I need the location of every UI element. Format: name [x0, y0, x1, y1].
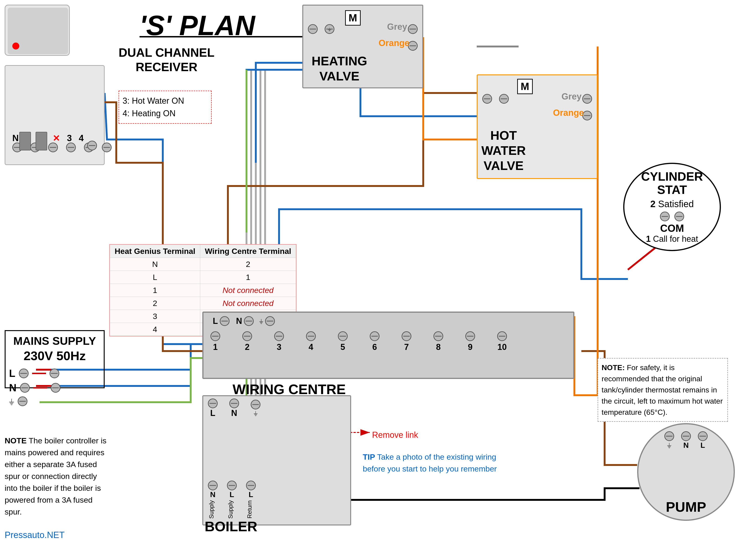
thermostat-indicator [12, 43, 19, 50]
info-line1: 3: Hot Water ON [123, 95, 208, 107]
mains-supply-box: MAINS SUPPLY 230V 50Hz L N ⏚ [5, 330, 105, 388]
hv-grey-label: Grey [387, 22, 407, 32]
terminal-N: N [12, 133, 19, 143]
boiler-L-return-screw [246, 481, 256, 490]
boiler-L-return-label: L [246, 490, 256, 499]
cs-screw-top [660, 212, 670, 221]
wc-terminal-6 [370, 331, 380, 341]
screw-X2 [66, 143, 76, 152]
boiler-E-label: ⏚ [251, 409, 260, 417]
note-box: NOTE: For safety, it is recommended that… [598, 358, 728, 422]
col2-header: Wiring Centre Terminal [200, 245, 296, 258]
note-bold: NOTE: [602, 363, 625, 372]
pump-title: PUMP [666, 499, 706, 515]
screw-4 [102, 143, 112, 152]
mains-N-screw1 [20, 383, 30, 393]
remove-link-label: Remove link [372, 430, 418, 440]
table-row: L 1 [110, 271, 296, 284]
boiler-N-screw [229, 399, 239, 408]
dual-channel-title-line2: RECEIVER [119, 60, 214, 74]
tip-content: Take a photo of the existing wiring befo… [363, 452, 497, 473]
mains-N-wire [33, 387, 47, 389]
table-row: 2 Not connected [110, 297, 296, 310]
pump-E-screw [664, 431, 674, 441]
note-text-bottom: NOTE The boiler controller is mains powe… [5, 435, 107, 518]
cylinder-stat-title: CYLINDER STAT [641, 170, 703, 196]
receiver-info-box: 3: Hot Water ON 4: Heating ON [119, 91, 212, 124]
wc-terminal-8 [433, 331, 443, 341]
tip-bold: TIP [363, 452, 375, 461]
mains-L-screw1 [19, 369, 29, 378]
dual-channel-receiver-box: N L ✕ ✕ 3 4 [5, 65, 105, 165]
terminal-4: 4 [79, 133, 84, 143]
boiler-L-screw [208, 399, 218, 408]
hwv-screw-1 [482, 94, 492, 104]
main-container: { "title": { "main": "'S' PLAN", "underl… [0, 0, 756, 548]
wc-terminal-4 [306, 331, 316, 341]
hwv-m-label: M [517, 79, 533, 94]
thermostat-device [5, 5, 70, 56]
boiler-title: BOILER [205, 518, 257, 535]
pump-N-screw [681, 431, 691, 441]
heating-valve-title: HEATING VALVE [312, 53, 367, 84]
mains-title: MAINS SUPPLY [9, 335, 100, 347]
boiler-L-supply-label: L [227, 490, 237, 499]
hwv-grey-label: Grey [561, 92, 582, 102]
wire-connector-2 [36, 132, 47, 150]
wc-terminal-9 [465, 331, 475, 341]
mains-E-screw [18, 396, 27, 406]
mains-N-label: N [9, 382, 17, 394]
table-row: 1 Not connected [110, 284, 296, 297]
cylinder-stat-box: CYLINDER STAT 2 Satisfied COM 1 Call for… [623, 163, 721, 251]
dual-channel-title: DUAL CHANNEL RECEIVER [119, 45, 214, 74]
mains-L-wire [32, 373, 46, 374]
mains-L-label: L [9, 368, 15, 379]
hv-orange-label: Orange [379, 38, 410, 48]
wiring-centre-box: L N ⏚ 1 2 3 4 5 6 7 8 9 10 [202, 312, 574, 379]
boiler-L-bot-screw [227, 481, 237, 490]
hot-water-valve-title: HOT WATER VALVE [481, 128, 526, 173]
wc-terminal-1 [210, 331, 220, 341]
hv-screw-grey [408, 24, 418, 34]
hwv-orange-label: Orange [553, 108, 584, 118]
col1-header: Heat Genius Terminal [110, 245, 200, 258]
mains-voltage: 230V 50Hz [9, 349, 100, 363]
wc-terminal-10 [497, 331, 507, 341]
terminal-X2: ✕ [53, 133, 60, 143]
wiring-centre-title: WIRING CENTRE [233, 381, 346, 397]
cylinder-satisfied-row: 2 Satisfied [650, 199, 694, 209]
boiler-box: L N ⏚ N Supply L Supply [202, 395, 351, 525]
tip-text: TIP Take a photo of the existing wiring … [363, 451, 502, 475]
hv-screw-1 [308, 24, 318, 34]
wc-terminal-3 [274, 331, 284, 341]
hwv-screw-earth [499, 94, 509, 104]
heating-valve-m-label: M [345, 10, 361, 26]
boiler-E-screw [251, 400, 260, 409]
wc-screw-N-top [244, 316, 254, 326]
thermostat-display [8, 8, 68, 54]
wc-N-label: N [236, 316, 242, 326]
hwv-screw-grey [582, 94, 592, 104]
wc-screw-E-top [265, 316, 275, 326]
boiler-N-bot-screw [208, 481, 218, 490]
boiler-N-label: N [229, 408, 239, 418]
wc-terminal-7 [402, 331, 411, 341]
cylinder-call-row: 1 Call for heat [646, 234, 698, 244]
note-bottom-text: The boiler controller is mains powered a… [5, 436, 107, 516]
screw-X1 [48, 143, 58, 152]
wc-E-label: ⏚ [259, 317, 263, 325]
cs-screw-bottom [674, 212, 684, 221]
mains-E-label: ⏚ [9, 396, 14, 406]
mains-L-screw2 [50, 369, 59, 378]
wc-terminal-5 [338, 331, 348, 341]
wc-L-label: L [213, 316, 218, 326]
wire-connector-1 [19, 132, 31, 150]
boiler-L-label: L [208, 408, 218, 418]
table-row: N 2 [110, 258, 296, 271]
pump-box: ⏚ N L PUMP [637, 423, 735, 521]
website-label: Pressauto.NET [5, 530, 65, 540]
mains-N-screw2 [51, 383, 60, 393]
cylinder-com-label: COM [660, 223, 684, 234]
dual-channel-title-line1: DUAL CHANNEL [119, 45, 214, 60]
wc-screw-L-top [220, 316, 230, 326]
